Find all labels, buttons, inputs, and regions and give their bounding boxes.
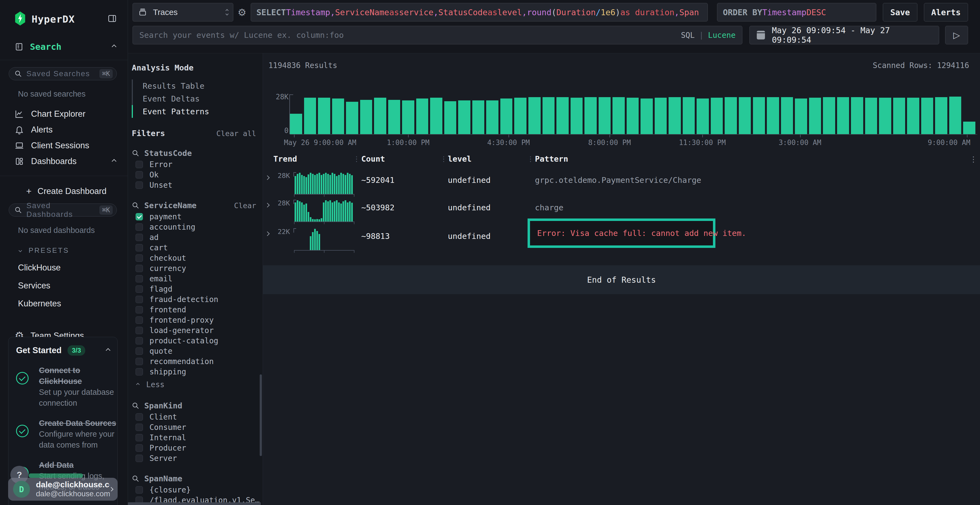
checkbox[interactable] (135, 316, 143, 324)
clear-all-button[interactable]: Clear all (216, 129, 256, 138)
filter-option-fraud-detection[interactable]: fraud-detection (132, 294, 256, 305)
checkbox[interactable] (135, 161, 143, 168)
app-title[interactable]: HyperDX (32, 14, 75, 25)
checkbox[interactable] (135, 486, 143, 494)
filter-option-client[interactable]: Client (132, 412, 256, 422)
table-options-icon[interactable]: ⋮ (970, 155, 977, 164)
analysis-mode-event-deltas[interactable]: Event Deltas (132, 92, 256, 105)
checkbox[interactable] (135, 424, 143, 431)
sidebar-item-chart-explorer[interactable]: Chart Explorer (15, 106, 116, 122)
filter-option-flagd[interactable]: flagd (132, 284, 256, 294)
checkbox-checked[interactable] (135, 213, 143, 221)
checkbox[interactable] (135, 171, 143, 178)
sidebar-item-search[interactable]: Search (15, 40, 116, 53)
filter-option-checkout[interactable]: checkout (132, 253, 256, 263)
language-lucene-toggle[interactable]: Lucene (708, 31, 735, 40)
alerts-button[interactable]: Alerts (924, 3, 968, 22)
checkbox[interactable] (135, 286, 143, 293)
get-started-item[interactable]: Connect to ClickHouse Set up your databa… (16, 365, 110, 408)
show-less-toggle[interactable]: Less (132, 378, 256, 391)
filter-option-currency[interactable]: currency (132, 263, 256, 273)
filters-horizontal-scrollbar[interactable] (128, 502, 261, 505)
search-icon[interactable] (132, 149, 139, 157)
filter-clear-button[interactable]: Clear (234, 201, 256, 210)
filter-option-email[interactable]: email (132, 273, 256, 284)
filter-option-consumer[interactable]: Consumer (132, 422, 256, 432)
language-sql-toggle[interactable]: SQL (681, 31, 695, 40)
source-settings-gear-icon[interactable]: ⚙ (233, 7, 251, 18)
checkbox[interactable] (135, 455, 143, 462)
filter-option-shipping[interactable]: shipping (132, 367, 256, 377)
row-expand-chevron-icon[interactable] (265, 232, 270, 236)
preset-services[interactable]: Services (18, 281, 128, 291)
checkbox[interactable] (135, 358, 143, 365)
filter-option-ok[interactable]: Ok (132, 170, 256, 180)
sidebar-item-alerts[interactable]: Alerts (15, 122, 116, 138)
saved-searches-input[interactable]: Saved Searches ⌘K (9, 67, 117, 80)
filter-option-product-catalog[interactable]: product-catalog (132, 335, 256, 346)
checkbox[interactable] (135, 244, 143, 251)
preset-clickhouse[interactable]: ClickHouse (18, 263, 128, 273)
column-resize-handle[interactable]: ⋮ (353, 155, 360, 163)
selected-pattern-box[interactable]: Error: Visa cache full: cannot add new i… (528, 219, 715, 248)
search-input[interactable]: Search your events w/ Lucene ex. column:… (132, 26, 742, 44)
checkbox[interactable] (135, 348, 143, 355)
analysis-mode-results-table[interactable]: Results Table (132, 79, 256, 92)
filter-option-frontend-proxy[interactable]: frontend-proxy (132, 315, 256, 325)
preset-kubernetes[interactable]: Kubernetes (18, 299, 128, 308)
sidebar-item-dashboards[interactable]: Dashboards (15, 154, 116, 169)
column-resize-handle[interactable]: ⋮ (527, 155, 534, 163)
checkbox[interactable] (135, 223, 143, 231)
column-header-count[interactable]: Count (361, 154, 385, 164)
checkbox[interactable] (135, 181, 143, 189)
filter-option-accounting[interactable]: accounting (132, 222, 256, 232)
checkbox[interactable] (135, 337, 143, 345)
user-menu[interactable]: D dale@clickhouse.com dale@clickhouse.co… (8, 478, 118, 501)
column-header-level[interactable]: level (448, 154, 471, 164)
save-button[interactable]: Save (883, 3, 917, 22)
saved-dashboards-input[interactable]: Saved Dashboards ⌘K (9, 203, 117, 217)
column-resize-handle[interactable]: ⋮ (440, 155, 447, 163)
checkbox[interactable] (135, 306, 143, 313)
hyperdx-logo-icon[interactable] (14, 11, 26, 27)
filter-option-frontend[interactable]: frontend (132, 305, 256, 315)
sidebar-item-client-sessions[interactable]: Client Sessions (15, 138, 116, 154)
search-icon[interactable] (132, 402, 139, 410)
filter-option-internal[interactable]: Internal (132, 432, 256, 443)
get-started-item[interactable]: Create Data Sources Configure where your… (16, 418, 110, 450)
search-icon[interactable] (132, 475, 139, 483)
pattern-cell[interactable]: grpc.oteldemo.PaymentService/Charge (535, 176, 701, 185)
checkbox[interactable] (135, 265, 143, 272)
filters-vertical-scrollbar[interactable] (260, 375, 262, 456)
analysis-mode-event-patterns[interactable]: Event Patterns (132, 105, 256, 118)
run-query-button[interactable]: ▷ (945, 26, 968, 44)
chevron-up-icon[interactable] (106, 348, 111, 353)
checkbox[interactable] (135, 327, 143, 334)
results-histogram[interactable]: 28K 0 May 26 9:00:00 AM1:00:00 PM4:30:00… (263, 70, 980, 146)
create-dashboard-button[interactable]: + Create Dashboard (26, 186, 128, 197)
pattern-cell[interactable]: charge (535, 203, 563, 212)
checkbox[interactable] (135, 296, 143, 303)
presets-toggle[interactable]: PRESETS (19, 246, 128, 255)
filter-option-ad[interactable]: ad (132, 232, 256, 243)
checkbox[interactable] (135, 434, 143, 441)
filter-option-server[interactable]: Server (132, 453, 256, 464)
sidebar-collapse-icon[interactable] (108, 14, 117, 24)
checkbox[interactable] (135, 275, 143, 283)
filter-option-error[interactable]: Error (132, 159, 256, 170)
source-select[interactable]: Traces (132, 3, 233, 22)
filter-option-load-generator[interactable]: load-generator (132, 325, 256, 335)
checkbox[interactable] (135, 254, 143, 262)
chevron-up-icon[interactable] (112, 44, 116, 49)
filter-option--closure-[interactable]: {closure} (132, 484, 256, 495)
checkbox[interactable] (135, 234, 143, 241)
filter-option-quote[interactable]: quote (132, 346, 256, 356)
row-expand-chevron-icon[interactable] (265, 203, 270, 208)
row-expand-chevron-icon[interactable] (265, 176, 270, 180)
checkbox[interactable] (135, 368, 143, 375)
filter-option-producer[interactable]: Producer (132, 443, 256, 453)
filter-option-payment[interactable]: payment (132, 211, 256, 222)
filter-option-recommendation[interactable]: recommendation (132, 356, 256, 367)
order-by-editor[interactable]: ORDER BY Timestamp DESC (717, 3, 876, 22)
column-header-trend[interactable]: Trend (273, 154, 297, 164)
